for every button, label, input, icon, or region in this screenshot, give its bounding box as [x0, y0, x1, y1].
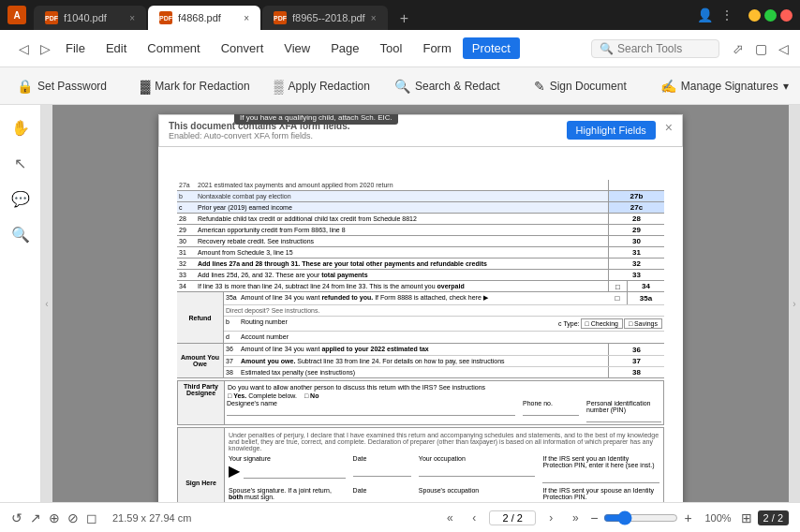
- manage-signatures-button[interactable]: ✍ Manage Signatures ▾: [651, 75, 798, 97]
- rect-tool[interactable]: ◻: [86, 510, 97, 525]
- form-row-36: Amount You Owe 36 Amount of line 34 you …: [177, 344, 664, 378]
- row-38: 38 Estimated tax penalty (see instructio…: [224, 366, 664, 377]
- tab-close-3[interactable]: ×: [371, 13, 377, 23]
- user-icon[interactable]: 👤: [697, 7, 713, 22]
- minus-tool[interactable]: ⊘: [67, 510, 79, 525]
- tab-1[interactable]: PDF f1040.pdf ×: [34, 6, 146, 30]
- sign-document-button[interactable]: ✎ Sign Document: [525, 75, 636, 97]
- highlight-fields-button[interactable]: Highlight Fields: [567, 121, 656, 140]
- checking-option: □ Checking: [581, 318, 623, 329]
- page-input[interactable]: [489, 510, 536, 525]
- row-36: 36 Amount of line 34 you want applied to…: [224, 344, 664, 355]
- spouse-sig-line: [229, 500, 346, 502]
- pdf-form-content: 27a 2021 estimated tax payments and amou…: [158, 161, 683, 502]
- sign-here-label: Sign Here: [178, 428, 225, 502]
- row-label-27a: 2021 estimated tax payments and amount a…: [196, 180, 608, 190]
- set-password-button[interactable]: 🔒 Set Password: [7, 75, 116, 97]
- search-input[interactable]: [617, 42, 711, 55]
- sign-disclaimer: Under penalties of perjury, I declare th…: [229, 432, 659, 451]
- next-page-button[interactable]: ›: [541, 509, 560, 527]
- size-label: 21.59 x 27.94 cm: [112, 512, 191, 524]
- share-icon[interactable]: ⬀: [729, 37, 748, 60]
- forward-icon[interactable]: ▷: [37, 37, 54, 60]
- left-collapse-handle[interactable]: ‹: [41, 105, 52, 502]
- minimize-button[interactable]: [748, 9, 761, 22]
- irs-pin-label: If the IRS sent you an Identity Protecti…: [542, 455, 659, 468]
- num-37: 37: [224, 356, 239, 366]
- row-37: 37 Amount you owe. Subtract line 33 from…: [224, 355, 664, 366]
- close-button[interactable]: [780, 9, 793, 22]
- mark-redaction-button[interactable]: ▓ Mark for Redaction: [131, 75, 259, 97]
- menu-protect[interactable]: Protect: [463, 37, 520, 59]
- status-bar-left: ↺ ↗ ⊕ ⊘ ◻ 21.59 x 27.94 cm: [11, 510, 433, 525]
- last-page-button[interactable]: »: [566, 509, 585, 527]
- menu-convert[interactable]: Convert: [212, 37, 274, 59]
- notification-close[interactable]: ×: [665, 121, 673, 134]
- menu-file[interactable]: File: [56, 37, 95, 59]
- routing-input: c Type: □ Checking □ Savings: [556, 317, 664, 331]
- sign-here-content: Under penalties of perjury, I declare th…: [225, 428, 663, 502]
- tab-close-1[interactable]: ×: [129, 13, 135, 23]
- spouse-sig-fields: Spouse's signature. If a joint return, b…: [229, 487, 659, 502]
- expand-icon[interactable]: ▢: [751, 37, 771, 60]
- pdf-container[interactable]: If you have a qualifying child, attach S…: [52, 105, 789, 502]
- menu-comment[interactable]: Comment: [138, 37, 209, 59]
- new-tab-button[interactable]: +: [393, 7, 416, 30]
- direct-deposit-label: Direct deposit? See instructions.: [224, 305, 664, 317]
- first-page-button[interactable]: «: [440, 509, 459, 527]
- row-num-34: 34: [177, 281, 196, 291]
- third-party-section: Third Party Designee Do you want to allo…: [177, 380, 664, 425]
- nav-back-icon[interactable]: ◁: [775, 37, 793, 60]
- menu-edit[interactable]: Edit: [96, 37, 136, 59]
- menu-view[interactable]: View: [274, 37, 319, 59]
- maximize-button[interactable]: [764, 9, 777, 22]
- row-box-29: 29: [608, 225, 664, 235]
- tab-close-2[interactable]: ×: [244, 13, 249, 23]
- zoom-in-icon[interactable]: +: [684, 510, 691, 525]
- tab-3[interactable]: PDF f8965--2018.pdf ×: [262, 6, 388, 30]
- spouse-occupation-field: Spouse's occupation: [419, 487, 536, 502]
- back-icon[interactable]: ◁: [15, 37, 33, 60]
- spouse-irs-pin-input: [542, 500, 659, 502]
- fit-page-icon[interactable]: ⊞: [741, 510, 752, 525]
- tooltip-box: If you have a qualifying child, attach S…: [234, 114, 398, 125]
- hand-tool[interactable]: ✋: [6, 112, 36, 142]
- label-37: Amount you owe. Subtract line 33 from li…: [239, 356, 608, 366]
- row-label-29: American opportunity credit from Form 88…: [196, 225, 608, 235]
- snap-tool[interactable]: ⊕: [49, 510, 60, 525]
- search-redact-icon: 🔍: [394, 79, 410, 94]
- routing-type-label: c Type:: [558, 320, 579, 327]
- tab-2[interactable]: PDF f4868.pdf ×: [148, 6, 260, 30]
- right-collapse-handle[interactable]: ›: [789, 105, 800, 502]
- sign-fields: Your signature ▶ Date: [229, 455, 659, 483]
- row-label-31: Amount from Schedule 3, line 15: [196, 247, 608, 258]
- comment-tool[interactable]: 💬: [6, 184, 36, 214]
- zoom-out-icon[interactable]: −: [590, 510, 598, 525]
- mark-redaction-label: Mark for Redaction: [155, 80, 249, 93]
- form-section-refund: Refund 35a Amount of line 34 you want re…: [177, 292, 664, 344]
- sig-arrow-row: ▶: [229, 462, 346, 480]
- menu-page[interactable]: Page: [321, 37, 368, 59]
- designee-name-input: [227, 406, 515, 416]
- settings-icon[interactable]: ⋮: [720, 7, 733, 22]
- form-row-34: 34 If line 33 is more than line 24, subt…: [177, 281, 664, 292]
- row-label-32: Add lines 27a and 28 through 31. These a…: [196, 259, 608, 269]
- search-redact-button[interactable]: 🔍 Search & Redact: [385, 75, 510, 97]
- apply-redaction-button[interactable]: ▒ Apply Redaction: [265, 75, 379, 97]
- yes-option: □ Yes. Complete below.: [228, 392, 297, 399]
- zoom-slider[interactable]: [603, 510, 678, 525]
- arrow-tool[interactable]: ↗: [30, 510, 41, 525]
- spouse-sig-label: Spouse's signature. If a joint return, b…: [229, 487, 346, 500]
- cursor-tool[interactable]: ↖: [6, 148, 36, 178]
- search-tool[interactable]: 🔍: [6, 219, 36, 249]
- row-num-27b: b: [177, 191, 196, 201]
- search-tools[interactable]: 🔍: [591, 39, 719, 58]
- sign-document-label: Sign Document: [550, 80, 627, 93]
- tab-pdf-icon-3: PDF: [274, 11, 287, 24]
- prev-page-button[interactable]: ‹: [465, 509, 483, 527]
- menu-form[interactable]: Form: [413, 37, 460, 59]
- menu-tool[interactable]: Tool: [371, 37, 412, 59]
- amount-owe-rows: 36 Amount of line 34 you want applied to…: [224, 344, 664, 377]
- rotate-tool[interactable]: ↺: [11, 510, 22, 525]
- row-number-27a: 27a: [177, 180, 196, 190]
